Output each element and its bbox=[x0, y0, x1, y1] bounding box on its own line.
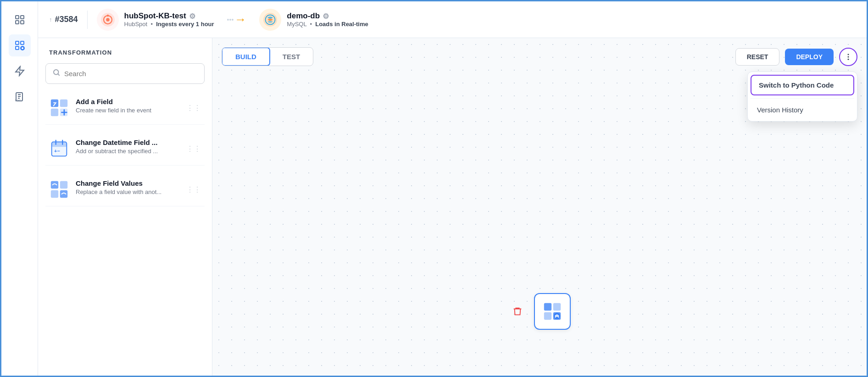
deploy-button[interactable]: DEPLOY bbox=[785, 49, 834, 65]
destination-subtitle: MySQL • Loads in Real-time bbox=[287, 21, 368, 28]
drag-icon: ⋮⋮ bbox=[186, 144, 201, 153]
svg-rect-2 bbox=[16, 21, 19, 24]
svg-point-13 bbox=[106, 14, 109, 17]
datetime-desc: Add or subtract the specified ... bbox=[76, 148, 158, 155]
switch-python-item[interactable]: Switch to Python Code bbox=[751, 75, 854, 95]
svg-rect-19 bbox=[51, 109, 58, 116]
svg-rect-35 bbox=[544, 312, 551, 320]
pipeline-id: ↑ #3584 bbox=[49, 15, 78, 24]
source-settings-icon[interactable]: ⚙ bbox=[189, 12, 195, 21]
tab-build[interactable]: BUILD bbox=[222, 47, 270, 66]
svg-point-32 bbox=[848, 58, 849, 60]
svg-rect-22 bbox=[52, 142, 67, 147]
add-field-title: Add a Field bbox=[76, 98, 151, 105]
body-area: TRANSFORMATION bbox=[38, 38, 867, 376]
svg-rect-18 bbox=[60, 100, 67, 107]
change-values-desc: Replace a field value with anot... bbox=[76, 188, 161, 195]
svg-rect-28 bbox=[51, 190, 58, 198]
svg-rect-1 bbox=[21, 16, 24, 19]
svg-point-31 bbox=[848, 56, 849, 57]
svg-point-12 bbox=[106, 18, 110, 22]
destination-logo bbox=[259, 9, 281, 31]
svg-rect-27 bbox=[60, 181, 67, 188]
svg-rect-5 bbox=[21, 41, 24, 44]
version-history-item[interactable]: Version History bbox=[748, 99, 857, 121]
source-name: hubSpot-KB-test ⚙ bbox=[124, 11, 214, 21]
svg-rect-29 bbox=[60, 190, 67, 198]
destination-info: demo-db ⚙ MySQL • Loads in Real-time bbox=[287, 11, 368, 28]
datetime-icon: +− bbox=[49, 139, 69, 159]
svg-rect-26 bbox=[51, 181, 58, 188]
svg-text:LOG: LOG bbox=[15, 99, 21, 102]
pipeline-number: #3584 bbox=[55, 15, 78, 24]
destination-name: demo-db ⚙ bbox=[287, 11, 368, 21]
canvas-actions: RESET DEPLOY Switch to Python Code bbox=[735, 48, 857, 66]
datetime-text: Change Datetime Field ... Add or subtrac… bbox=[76, 139, 158, 155]
search-icon bbox=[52, 68, 61, 79]
arrow-up-icon: ↑ bbox=[49, 16, 52, 23]
sidebar-item-events[interactable] bbox=[9, 60, 31, 82]
canvas-node-area bbox=[508, 293, 571, 330]
list-item[interactable]: Change Field Values Replace a field valu… bbox=[45, 173, 205, 206]
add-field-desc: Create new field in the event bbox=[76, 107, 151, 114]
destination-settings-icon[interactable]: ⚙ bbox=[323, 12, 329, 21]
app-container: LOG ↑ #3584 bbox=[1, 1, 867, 376]
pipeline-arrow: ••• → bbox=[223, 12, 250, 27]
destination-block: demo-db ⚙ MySQL • Loads in Real-time bbox=[259, 9, 368, 31]
main-content: ↑ #3584 hubSpot-KB-test ⚙ bbox=[38, 1, 867, 376]
sidebar-item-transform[interactable] bbox=[9, 34, 31, 56]
header-divider bbox=[87, 11, 88, 29]
tab-group: BUILD TEST bbox=[222, 47, 313, 66]
change-values-icon bbox=[49, 179, 69, 200]
datetime-title: Change Datetime Field ... bbox=[76, 139, 158, 146]
change-values-text: Change Field Values Replace a field valu… bbox=[76, 179, 161, 195]
left-panel: TRANSFORMATION bbox=[38, 38, 212, 376]
svg-text:+−: +− bbox=[54, 148, 60, 154]
more-options-button[interactable] bbox=[839, 48, 857, 66]
canvas-toolbar: BUILD TEST RESET DEPLOY bbox=[222, 47, 857, 66]
source-block: hubSpot-KB-test ⚙ HubSpot • Ingests ever… bbox=[97, 9, 214, 31]
search-input[interactable] bbox=[64, 70, 198, 78]
change-values-title: Change Field Values bbox=[76, 179, 161, 187]
svg-point-30 bbox=[848, 54, 849, 55]
top-header: ↑ #3584 hubSpot-KB-test ⚙ bbox=[38, 1, 867, 38]
drag-icon: ⋮⋮ bbox=[186, 104, 201, 112]
sidebar-item-log[interactable]: LOG bbox=[9, 86, 31, 108]
sidebar-item-grid[interactable] bbox=[9, 9, 31, 31]
tab-test[interactable]: TEST bbox=[270, 48, 313, 66]
source-subtitle: HubSpot • Ingests every 1 hour bbox=[124, 21, 214, 28]
sidebar: LOG bbox=[1, 1, 38, 376]
list-item[interactable]: Add a Field Create new field in the even… bbox=[45, 91, 205, 125]
canvas-area: BUILD TEST RESET DEPLOY bbox=[212, 38, 867, 376]
panel-title: TRANSFORMATION bbox=[45, 49, 205, 56]
svg-rect-4 bbox=[16, 41, 19, 44]
svg-point-16 bbox=[54, 70, 59, 75]
svg-rect-33 bbox=[544, 303, 551, 310]
svg-rect-6 bbox=[16, 46, 19, 50]
reset-button[interactable]: RESET bbox=[735, 48, 780, 66]
list-item[interactable]: +− Change Datetime Field ... Add or subt… bbox=[45, 132, 205, 166]
dropdown-menu: Switch to Python Code Version History bbox=[747, 72, 857, 122]
delete-node-button[interactable] bbox=[508, 302, 527, 321]
transformation-node[interactable] bbox=[534, 293, 571, 330]
source-logo bbox=[97, 9, 119, 31]
svg-rect-34 bbox=[553, 303, 561, 310]
source-info: hubSpot-KB-test ⚙ HubSpot • Ingests ever… bbox=[124, 11, 214, 28]
drag-icon: ⋮⋮ bbox=[186, 185, 201, 194]
svg-rect-0 bbox=[16, 16, 19, 19]
add-field-icon bbox=[49, 98, 69, 118]
add-field-text: Add a Field Create new field in the even… bbox=[76, 98, 151, 114]
search-box[interactable] bbox=[45, 63, 205, 84]
svg-rect-3 bbox=[21, 21, 24, 24]
